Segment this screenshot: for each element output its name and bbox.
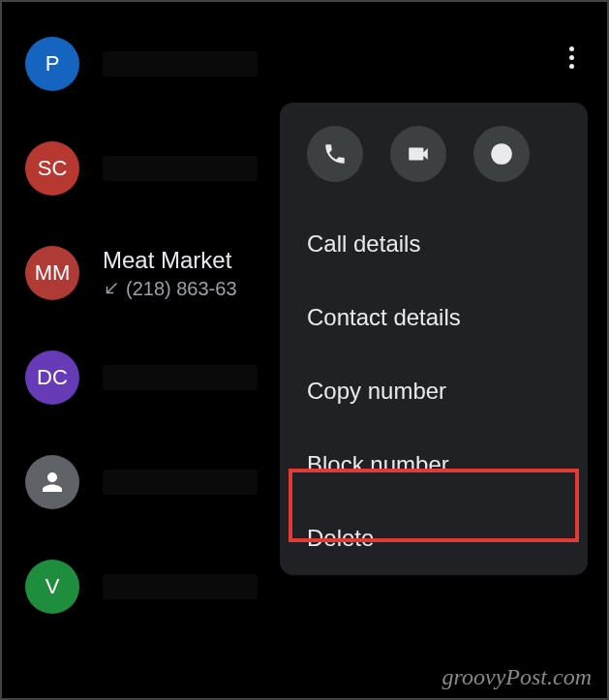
context-menu: Call details Contact details Copy number…: [280, 103, 588, 575]
redacted-name: [103, 470, 258, 495]
call-info: [103, 51, 607, 76]
video-icon: [406, 141, 431, 167]
redacted-name: [103, 156, 258, 181]
quick-action-row: [280, 103, 588, 207]
video-call-button[interactable]: [390, 126, 446, 182]
svg-point-0: [492, 144, 511, 164]
redacted-name: [103, 574, 258, 599]
menu-call-details[interactable]: Call details: [280, 207, 588, 281]
message-button[interactable]: [473, 126, 530, 182]
person-icon: [38, 468, 67, 497]
menu-copy-number[interactable]: Copy number: [280, 354, 588, 428]
phone-icon: [322, 141, 348, 167]
watermark: groovyPost.com: [442, 664, 592, 690]
call-entry[interactable]: P: [2, 12, 607, 116]
avatar: P: [25, 37, 79, 91]
overflow-menu-button[interactable]: [562, 39, 582, 76]
avatar: SC: [25, 141, 79, 196]
phone-number: (218) 863-63: [126, 278, 237, 300]
menu-block-number[interactable]: Block number: [280, 428, 588, 502]
redacted-name: [103, 51, 258, 76]
outgoing-call-icon: [103, 280, 120, 297]
avatar: V: [25, 560, 79, 614]
message-icon: [489, 141, 514, 167]
menu-delete[interactable]: Delete: [280, 502, 588, 575]
redacted-name: [103, 365, 258, 390]
avatar: [25, 455, 79, 509]
avatar: MM: [25, 246, 79, 300]
menu-contact-details[interactable]: Contact details: [280, 281, 588, 354]
call-info: [103, 574, 607, 599]
avatar: DC: [25, 350, 79, 405]
call-button[interactable]: [307, 126, 363, 182]
